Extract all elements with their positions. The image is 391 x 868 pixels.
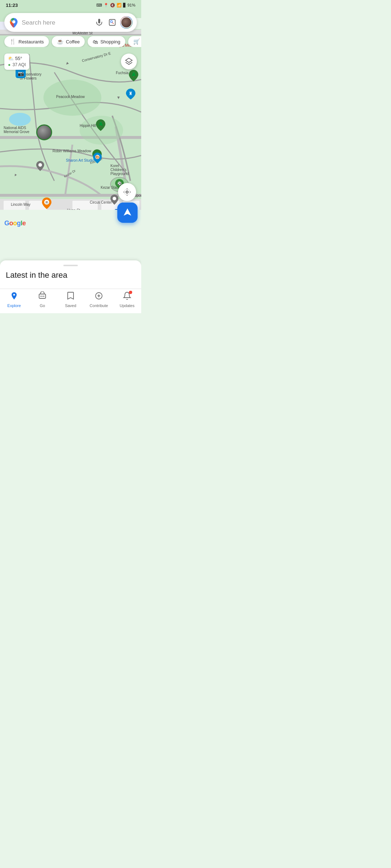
avatar-image bbox=[121, 17, 132, 28]
groceries-icon: 🛒 bbox=[133, 38, 140, 45]
updates-label: Updates bbox=[120, 303, 135, 308]
svg-point-21 bbox=[113, 197, 116, 200]
svg-point-32 bbox=[12, 20, 16, 24]
svg-text:🌲: 🌲 bbox=[131, 72, 136, 77]
pill-coffee[interactable]: ☕ Coffee bbox=[52, 36, 85, 47]
svg-point-34 bbox=[110, 21, 113, 23]
shopping-icon: 🛍 bbox=[93, 39, 98, 45]
google-maps-logo-icon bbox=[9, 17, 19, 27]
contribute-icon bbox=[94, 292, 103, 302]
status-icons: ⌨ 📍 🔇 📶 ▊ 91% bbox=[96, 3, 135, 8]
svg-point-40 bbox=[41, 296, 42, 297]
bottom-navigation: Explore Go Saved bbox=[0, 289, 141, 313]
svg-text:🎨: 🎨 bbox=[95, 155, 100, 159]
nav-explore[interactable]: Explore bbox=[3, 292, 25, 308]
svg-marker-36 bbox=[126, 58, 132, 63]
pin-coffee-shop[interactable]: ☕ bbox=[42, 197, 51, 210]
search-bar[interactable]: Search here bbox=[4, 13, 137, 32]
location-button[interactable] bbox=[118, 183, 136, 201]
location-status-icon: 📍 bbox=[104, 3, 109, 8]
svg-text:☕: ☕ bbox=[45, 200, 49, 205]
microphone-button[interactable] bbox=[94, 17, 104, 27]
svg-line-35 bbox=[112, 22, 114, 24]
nav-go[interactable]: Go bbox=[31, 292, 53, 308]
explore-icon bbox=[10, 292, 18, 302]
layers-button[interactable] bbox=[121, 54, 137, 69]
weather-aqi: ● 37 AQI bbox=[8, 62, 26, 68]
saved-icon bbox=[67, 292, 75, 302]
explore-label: Explore bbox=[7, 303, 21, 308]
google-logo: Google bbox=[4, 220, 26, 227]
wifi-icon: 📶 bbox=[117, 3, 122, 8]
pin-hippie-hill[interactable]: 🌲 bbox=[96, 119, 105, 132]
sheet-handle[interactable] bbox=[63, 265, 78, 266]
user-avatar-button[interactable] bbox=[120, 16, 133, 29]
pin-circus[interactable] bbox=[110, 195, 118, 206]
nav-saved[interactable]: Saved bbox=[60, 292, 81, 308]
pin-maintenance[interactable] bbox=[36, 161, 44, 173]
svg-point-1 bbox=[9, 113, 31, 126]
pill-restaurants[interactable]: 🍴 Restaurants bbox=[4, 36, 49, 47]
lens-button[interactable] bbox=[107, 17, 117, 27]
svg-rect-7 bbox=[72, 201, 98, 210]
pill-shopping[interactable]: 🛍 Shopping bbox=[88, 36, 125, 47]
category-pills-container: 🍴 Restaurants ☕ Coffee 🛍 Shopping 🛒 Groc… bbox=[0, 36, 141, 47]
sheet-title: Latest in the area bbox=[6, 271, 135, 280]
status-time: 11:23 bbox=[6, 3, 18, 8]
battery-icon: 91% bbox=[127, 3, 135, 7]
pill-coffee-label: Coffee bbox=[66, 39, 80, 44]
svg-point-37 bbox=[126, 191, 128, 193]
pill-groceries[interactable]: 🛒 Groceries bbox=[128, 36, 141, 47]
pin-sharon-art[interactable]: 🎨 bbox=[93, 153, 102, 165]
contribute-label: Contribute bbox=[90, 303, 108, 308]
volume-icon: 🔇 bbox=[110, 3, 115, 8]
svg-point-38 bbox=[124, 189, 130, 195]
keyboard-icon: ⌨ bbox=[96, 3, 102, 8]
coffee-icon: ☕ bbox=[57, 38, 64, 45]
navigate-fab[interactable] bbox=[117, 203, 138, 223]
svg-point-41 bbox=[43, 296, 45, 297]
weather-temp: ⛅ 55° bbox=[8, 55, 26, 62]
svg-rect-5 bbox=[4, 201, 25, 210]
status-bar: 11:23 ⌨ 📍 🔇 📶 ▊ 91% bbox=[0, 0, 141, 10]
svg-text:📷: 📷 bbox=[18, 71, 24, 77]
pin-blue-chess[interactable]: ♜ bbox=[126, 89, 135, 101]
pill-shopping-label: Shopping bbox=[100, 39, 120, 44]
pin-fuchsia-dell[interactable]: 🌲 bbox=[129, 70, 138, 83]
aqi-dot-icon: ● bbox=[8, 62, 10, 67]
signal-icon: ▊ bbox=[123, 3, 126, 8]
updates-icon bbox=[123, 292, 131, 302]
saved-label: Saved bbox=[65, 303, 76, 308]
weather-badge[interactable]: ⛅ 55° ● 37 AQI bbox=[4, 54, 29, 70]
nav-updates[interactable]: Updates bbox=[116, 292, 138, 308]
bottom-sheet: Latest in the area bbox=[0, 260, 141, 289]
svg-text:🌲: 🌲 bbox=[98, 121, 104, 127]
search-input[interactable]: Search here bbox=[22, 20, 91, 26]
go-label: Go bbox=[40, 303, 45, 308]
svg-text:♜: ♜ bbox=[129, 91, 133, 96]
nav-contribute[interactable]: Contribute bbox=[88, 292, 110, 308]
updates-badge bbox=[129, 291, 132, 294]
go-icon bbox=[38, 292, 47, 302]
path-arrow-2: ▶ bbox=[117, 97, 121, 99]
restaurants-icon: 🍴 bbox=[9, 38, 16, 45]
user-location-pin bbox=[36, 124, 52, 140]
svg-point-2 bbox=[43, 80, 101, 116]
pill-restaurants-label: Restaurants bbox=[18, 39, 44, 44]
svg-point-20 bbox=[38, 163, 42, 167]
weather-condition-icon: ⛅ bbox=[8, 56, 14, 61]
